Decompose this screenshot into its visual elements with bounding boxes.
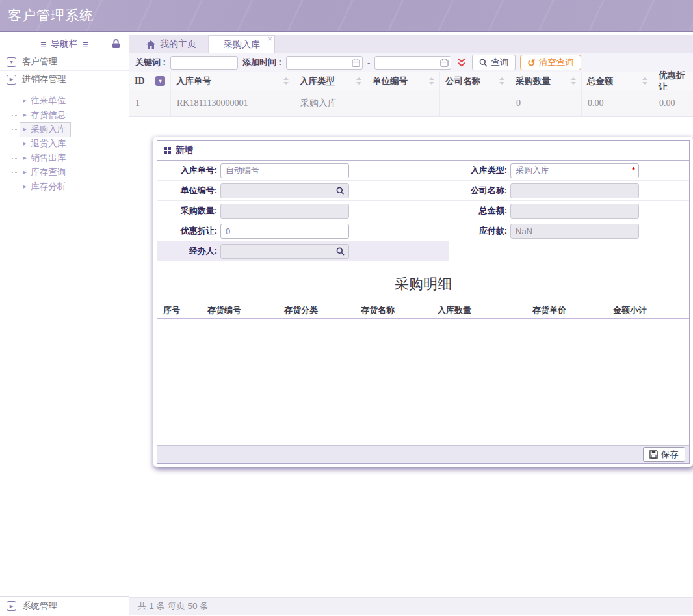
tree-arrow-icon: ▶ [23,126,27,131]
sidebar-item-stock-info[interactable]: ▶存货信息 [12,108,129,122]
discount-input[interactable] [220,224,349,239]
tree-arrow-icon: ▶ [23,112,27,117]
tab-label: 我的主页 [160,38,196,50]
save-button[interactable]: 保存 [643,447,685,462]
tab-purchase-inbound[interactable]: 采购入库 × [209,35,275,53]
clear-search-button[interactable]: ↺ 清空查询 [520,55,581,70]
sort-icon[interactable] [499,77,504,85]
new-record-dialog: 新增 入库单号: 入库类型: * 单位编号: [153,137,693,467]
field-label-order-no: 入库单号: [157,165,217,176]
tree-arrow-icon: ▶ [23,183,27,189]
sidebar-item-stock-analysis[interactable]: ▶库存分析 [12,180,129,194]
company-field [510,183,639,198]
sort-icon[interactable] [429,77,434,85]
search-icon[interactable] [336,187,345,197]
grid-icon [164,147,171,154]
hamburger-icon: ≡ [83,38,88,49]
column-header-order-no[interactable]: 入库单号 [171,72,294,90]
tree-arrow-icon: ▶ [23,169,27,174]
sidebar-section-label: 进销存管理 [22,74,66,85]
save-icon [649,450,658,459]
column-header-unit-no[interactable]: 单位编号 [367,72,440,90]
cell-total: 0.00 [582,90,653,116]
search-toolbar: 关键词 : 添加时间 : - 查询 ↺ 清空查询 [129,53,693,72]
column-header-qty[interactable]: 采购数量 [510,72,582,90]
detail-table-body [157,319,689,445]
detail-column-stock-name: 存货名称 [355,304,432,316]
record-count: 共 1 条 每页 50 条 [138,600,209,612]
detail-column-subtotal: 金额小计 [607,304,689,316]
sidebar-item-inventory-mgmt[interactable]: ▶ 进销存管理 [0,71,129,88]
tab-bar: 我的主页 采购入库 × [129,35,693,53]
field-label-qty: 采购数量: [157,205,217,217]
table-row[interactable]: 1 RK1811130000001 采购入库 0 0.00 0.00 [129,90,693,117]
clear-button-label: 清空查询 [539,57,574,68]
tree-item-label: 往来单位 [31,95,66,107]
app-header: 客户管理系统 [0,0,693,32]
caret-right-icon: ▶ [7,601,16,611]
search-icon[interactable] [336,247,345,258]
payable-value: NaN [516,226,532,236]
column-header-company[interactable]: 公司名称 [440,72,510,90]
nav-title: 导航栏 [51,38,78,50]
detail-table-header: 序号 存货编号 存货分类 存货名称 入库数量 存货单价 金额小计 [157,302,689,319]
reset-icon: ↺ [527,58,536,68]
column-header-total[interactable]: 总金额 [582,72,653,90]
dialog-title: 新增 [176,144,193,156]
date-separator: - [367,58,370,68]
sort-icon[interactable] [283,77,289,85]
cell-id: 1 [129,90,171,116]
dialog-title-bar: 新增 [157,141,689,161]
inbound-type-input[interactable] [510,163,639,178]
sidebar-item-stock-query[interactable]: ▶库存查询 [12,165,129,180]
close-icon[interactable]: × [268,35,272,43]
sort-icon[interactable] [356,77,361,85]
column-header-discount[interactable]: 优惠折让 [653,72,693,90]
handler-lookup-field[interactable] [220,244,349,259]
tab-home[interactable]: 我的主页 [135,35,209,53]
cell-company [440,90,510,116]
field-label-unit-no: 单位编号: [157,185,217,196]
sort-icon[interactable] [571,77,576,85]
calendar-icon[interactable] [440,59,449,67]
field-label-type: 入库类型: [449,165,507,176]
grid-header: ID ▾ 入库单号 入库类型 单位编号 公司名称 采购数量 [129,72,693,90]
field-label-discount: 优惠折让: [157,225,217,237]
sidebar-item-partners[interactable]: ▶往来单位 [12,94,129,108]
column-label: 总金额 [587,75,614,87]
sidebar-section-label: 客户管理 [22,56,57,68]
calendar-icon[interactable] [352,59,360,67]
column-menu-icon[interactable]: ▾ [155,76,165,86]
unit-no-lookup-field[interactable] [220,183,349,198]
order-no-input[interactable] [220,163,349,178]
sidebar-item-customer-mgmt[interactable]: ▼ 客户管理 [0,53,129,71]
sort-icon[interactable] [642,77,647,85]
sidebar-item-purchase-inbound[interactable]: ▶采购入库 [12,122,129,137]
detail-column-seq: 序号 [157,304,202,316]
tree-arrow-icon: ▶ [23,98,27,103]
cell-discount: 0.00 [653,90,693,116]
total-amount-field [510,204,639,219]
sidebar-item-system-mgmt[interactable]: ▶ 系统管理 [0,597,129,615]
keyword-input[interactable] [170,56,238,70]
date-label: 添加时间 : [242,57,281,68]
search-button[interactable]: 查询 [472,55,516,70]
dialog-footer: 保存 [157,445,689,463]
cell-unit-no [367,90,440,116]
sidebar-item-return-inbound[interactable]: ▶退货入库 [12,137,129,151]
field-label-total: 总金额: [449,205,507,217]
sidebar: ≡ 导航栏 ≡ ▼ 客户管理 ▶ 进销存管理 ▶往来单位 ▶存货信息 ▶采购入库 [0,32,129,615]
sidebar-nav-header[interactable]: ≡ 导航栏 ≡ [0,35,129,53]
tab-label: 采购入库 [224,39,260,51]
lock-icon[interactable] [112,39,120,51]
field-label-payable: 应付款: [449,225,507,237]
tree-item-label: 退货入库 [31,138,66,150]
tree-item-label: 采购入库 [31,124,66,135]
detail-column-unit-price: 存货单价 [527,304,607,316]
sidebar-item-sales-outbound[interactable]: ▶销售出库 [12,151,129,165]
expand-more-filters-icon[interactable] [457,58,466,68]
column-label: 单位编号 [373,75,408,87]
column-header-id[interactable]: ID ▾ [129,72,171,90]
detail-section-title: 采购明细 [157,275,689,294]
column-header-type[interactable]: 入库类型 [294,72,367,90]
